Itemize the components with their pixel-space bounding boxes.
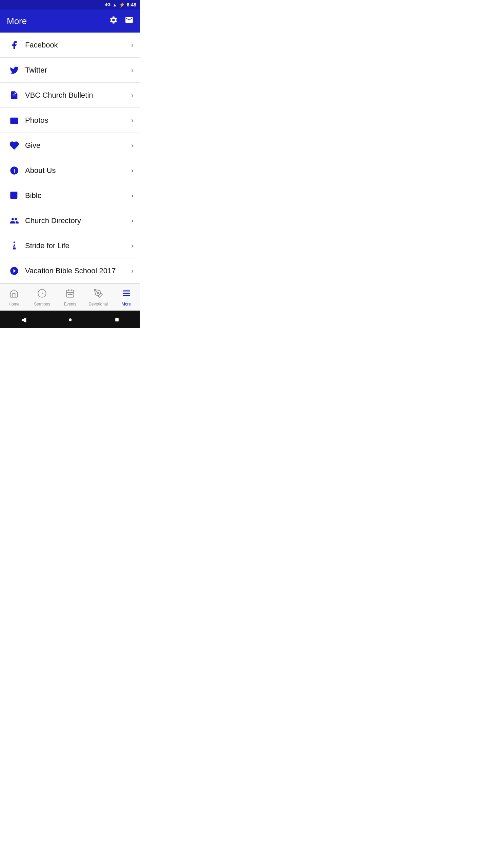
nav-item-home[interactable]: Home [0, 289, 28, 307]
chevron-right-icon: › [131, 166, 134, 174]
menu-item-vbs[interactable]: Vacation Bible School 2017 › [0, 258, 140, 283]
facebook-label: Facebook [25, 41, 131, 50]
bottom-nav: Home Sermons Events [0, 283, 140, 311]
home-button[interactable]: ● [63, 313, 77, 326]
events-nav-label: Events [64, 302, 77, 307]
devotional-nav-label: Devotional [88, 302, 108, 307]
bulletin-icon [7, 91, 22, 100]
directory-icon [7, 216, 22, 225]
menu-item-bible[interactable]: Bible › [0, 183, 140, 208]
twitter-icon [7, 65, 22, 75]
more-nav-icon [122, 289, 131, 300]
chevron-right-icon: › [131, 91, 134, 99]
chevron-right-icon: › [131, 66, 134, 74]
menu-item-photos[interactable]: Photos › [0, 108, 140, 133]
svg-rect-14 [71, 294, 72, 295]
mail-button[interactable] [125, 16, 134, 26]
recents-button[interactable]: ■ [110, 313, 124, 326]
vbs-icon [7, 266, 22, 276]
svg-rect-8 [66, 290, 74, 297]
menu-item-bulletin[interactable]: VBC Church Bulletin › [0, 83, 140, 108]
stride-label: Stride for Life [25, 241, 131, 250]
facebook-icon [7, 40, 22, 50]
back-button[interactable]: ◀ [17, 313, 30, 326]
menu-item-twitter[interactable]: Twitter › [0, 58, 140, 83]
header-actions [109, 16, 134, 26]
chevron-right-icon: › [131, 217, 134, 224]
home-icon [9, 289, 19, 300]
menu-item-about[interactable]: i About Us › [0, 158, 140, 183]
more-nav-label: More [122, 302, 131, 307]
menu-item-facebook[interactable]: Facebook › [0, 33, 140, 58]
nav-item-events[interactable]: Events [56, 289, 84, 307]
twitter-label: Twitter [25, 66, 131, 75]
photos-label: Photos [25, 116, 131, 125]
devotional-icon [94, 289, 103, 300]
svg-point-15 [97, 292, 99, 294]
directory-label: Church Directory [25, 216, 131, 225]
android-nav-bar: ◀ ● ■ [0, 311, 140, 328]
chevron-right-icon: › [131, 141, 134, 149]
menu-item-directory[interactable]: Church Directory › [0, 208, 140, 233]
nav-item-devotional[interactable]: Devotional [84, 289, 112, 307]
about-icon: i [7, 166, 22, 175]
sermons-icon [37, 289, 47, 300]
events-icon [65, 289, 75, 300]
bible-label: Bible [25, 191, 131, 200]
settings-button[interactable] [109, 16, 118, 26]
give-label: Give [25, 141, 131, 150]
menu-list: Facebook › Twitter › VBC Church Bulletin… [0, 33, 140, 283]
chevron-right-icon: › [131, 116, 134, 124]
nav-item-sermons[interactable]: Sermons [28, 289, 56, 307]
battery-icon: ⚡ [119, 2, 125, 7]
stride-icon [7, 241, 22, 251]
chevron-right-icon: › [131, 242, 134, 250]
home-nav-label: Home [8, 302, 19, 307]
photos-icon [7, 116, 22, 125]
vbs-label: Vacation Bible School 2017 [25, 267, 131, 275]
svg-point-1 [12, 119, 14, 121]
chevron-right-icon: › [131, 192, 134, 199]
header: More [0, 9, 140, 33]
bulletin-label: VBC Church Bulletin [25, 91, 131, 100]
menu-item-give[interactable]: Give › [0, 133, 140, 158]
status-time: 6:48 [127, 2, 136, 7]
svg-rect-13 [70, 294, 70, 295]
sermons-nav-label: Sermons [34, 302, 50, 307]
status-bar: 4G ▲ ⚡ 6:48 [0, 0, 140, 9]
chevron-right-icon: › [131, 41, 134, 49]
chevron-right-icon: › [131, 267, 134, 275]
give-icon [7, 141, 22, 150]
nav-item-more[interactable]: More [112, 289, 140, 307]
svg-text:i: i [14, 169, 15, 173]
about-label: About Us [25, 166, 131, 175]
svg-rect-12 [68, 294, 69, 295]
signal-bars-icon: ▲ [113, 2, 117, 7]
svg-point-6 [14, 241, 15, 243]
page-title: More [7, 16, 27, 26]
menu-item-stride[interactable]: Stride for Life › [0, 233, 140, 258]
signal-icon: 4G [105, 2, 110, 7]
bible-icon [7, 191, 22, 200]
